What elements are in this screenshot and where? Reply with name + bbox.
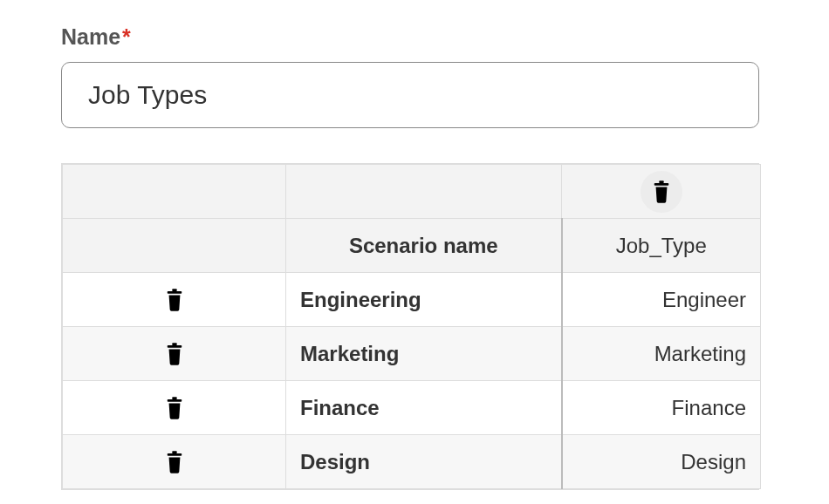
job-type-header[interactable]: Job_Type	[562, 219, 761, 273]
header-blank-3	[63, 219, 286, 273]
trash-icon	[165, 343, 184, 365]
header-blank-2	[286, 165, 562, 219]
scenarios-table: Scenario name Job_Type EngineeringEngine…	[61, 163, 759, 490]
trash-icon	[165, 397, 184, 419]
row-action-cell	[63, 273, 286, 327]
trash-icon	[165, 289, 184, 311]
table-row: EngineeringEngineer	[63, 273, 761, 327]
delete-row-button[interactable]	[154, 333, 195, 375]
row-action-cell	[63, 435, 286, 489]
job-type-cell[interactable]: Finance	[562, 381, 761, 435]
scenario-name-cell[interactable]: Marketing	[286, 327, 562, 381]
table-row: FinanceFinance	[63, 381, 761, 435]
table-row: MarketingMarketing	[63, 327, 761, 381]
delete-row-button[interactable]	[154, 279, 195, 321]
scenario-name-cell[interactable]: Engineering	[286, 273, 562, 327]
job-type-cell[interactable]: Engineer	[562, 273, 761, 327]
trash-icon	[165, 451, 184, 473]
table-row: DesignDesign	[63, 435, 761, 489]
name-label-text: Name	[61, 24, 120, 49]
delete-row-button[interactable]	[154, 387, 195, 429]
job-type-cell[interactable]: Marketing	[562, 327, 761, 381]
required-asterisk: *	[122, 24, 131, 49]
delete-row-button[interactable]	[154, 441, 195, 483]
delete-column-button[interactable]	[641, 171, 682, 213]
name-input[interactable]	[61, 62, 759, 128]
row-action-cell	[63, 327, 286, 381]
name-field-label: Name*	[61, 24, 768, 50]
header-blank-1	[63, 165, 286, 219]
table-body: EngineeringEngineerMarketingMarketingFin…	[63, 273, 761, 489]
trash-icon	[652, 180, 671, 203]
header-column-actions	[562, 165, 761, 219]
scenario-name-header: Scenario name	[286, 219, 562, 273]
scenario-name-cell[interactable]: Design	[286, 435, 562, 489]
row-action-cell	[63, 381, 286, 435]
job-type-cell[interactable]: Design	[562, 435, 761, 489]
scenario-name-cell[interactable]: Finance	[286, 381, 562, 435]
